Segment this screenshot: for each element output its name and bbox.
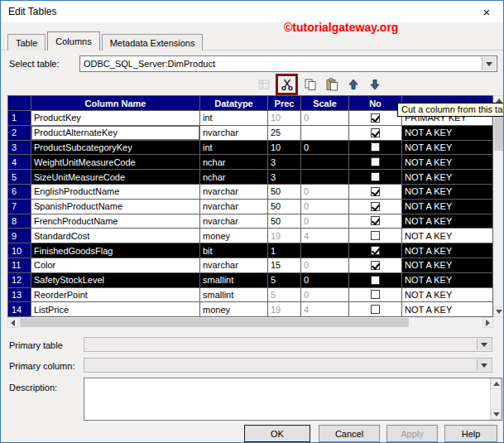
scale-cell[interactable]: 0	[301, 288, 349, 303]
key-cell[interactable]: NOT A KEY	[402, 258, 493, 273]
column-name-cell[interactable]: EnglishProductName	[31, 185, 200, 200]
prec-cell[interactable]: 50	[268, 185, 301, 200]
row-number[interactable]: 11	[8, 258, 31, 273]
prec-cell[interactable]: 3	[268, 155, 301, 170]
column-name-cell[interactable]: Color	[31, 258, 200, 273]
datatype-cell[interactable]: money	[200, 302, 268, 317]
paste-icon[interactable]	[322, 76, 341, 94]
cut-icon[interactable]	[276, 74, 298, 95]
tab-table[interactable]: Table	[7, 34, 46, 51]
column-name-cell[interactable]: ProductKey	[31, 111, 200, 126]
not-null-checkbox[interactable]	[371, 113, 380, 123]
row-number[interactable]: 14	[8, 302, 31, 317]
prec-cell[interactable]: 19	[268, 302, 301, 317]
key-cell[interactable]: NOT A KEY	[402, 200, 493, 214]
close-icon[interactable]: ×	[475, 3, 498, 20]
key-cell[interactable]: NOT A KEY	[402, 170, 493, 185]
row-number[interactable]: 1	[8, 111, 31, 126]
scale-cell[interactable]	[301, 155, 349, 170]
prec-cell[interactable]: 3	[268, 170, 301, 185]
not-null-checkbox[interactable]	[371, 216, 380, 225]
column-name-cell[interactable]: FinishedGoodsFlag	[31, 243, 200, 258]
scale-cell[interactable]	[301, 243, 349, 258]
column-name-cell[interactable]: FrenchProductName	[31, 214, 200, 229]
column-name-cell[interactable]: StandardCost	[31, 229, 200, 243]
row-number[interactable]: 8	[8, 214, 31, 229]
row-number[interactable]: 6	[8, 185, 31, 200]
datatype-cell[interactable]: smallint	[200, 273, 268, 288]
ok-button[interactable]: OK	[244, 425, 310, 442]
row-number[interactable]: 12	[8, 273, 31, 288]
dropdown-arrow-icon[interactable]	[482, 57, 496, 70]
row-number[interactable]: 5	[8, 170, 31, 185]
scale-cell[interactable]: 0	[301, 111, 349, 126]
row-number[interactable]: 10	[8, 243, 31, 258]
key-cell[interactable]: NOT A KEY	[402, 288, 493, 303]
scroll-down-icon[interactable]	[491, 409, 502, 420]
datatype-cell[interactable]: nvarchar	[200, 185, 268, 200]
datatype-cell[interactable]: int	[200, 111, 268, 126]
column-name-cell[interactable]: ReorderPoint	[31, 288, 200, 303]
move-up-icon[interactable]	[343, 76, 362, 94]
column-name-cell[interactable]: WeightUnitMeasureCode	[31, 155, 200, 170]
prec-cell[interactable]: 50	[268, 200, 301, 214]
prec-cell[interactable]: 15	[268, 258, 301, 273]
not-null-checkbox[interactable]	[371, 157, 380, 166]
column-name-cell[interactable]: ProductSubcategoryKey	[31, 141, 200, 156]
row-number[interactable]: 13	[8, 288, 31, 303]
scroll-down-icon[interactable]	[493, 306, 504, 317]
scale-cell[interactable]	[301, 126, 349, 141]
not-null-checkbox[interactable]	[371, 246, 380, 255]
scroll-left-icon[interactable]	[7, 317, 18, 328]
copy-icon[interactable]	[300, 76, 319, 94]
scale-cell[interactable]: 0	[301, 273, 349, 288]
not-null-checkbox[interactable]	[371, 187, 380, 196]
prec-cell[interactable]: 25	[268, 126, 301, 141]
key-cell[interactable]: NOT A KEY	[402, 155, 493, 170]
scale-cell[interactable]: 0	[301, 185, 349, 200]
tab-columns[interactable]: Columns	[47, 31, 99, 51]
cancel-button[interactable]: Cancel	[319, 425, 380, 442]
not-null-checkbox[interactable]	[371, 142, 380, 152]
column-name-cell[interactable]: ProductAlternateKey	[31, 126, 200, 141]
key-cell[interactable]: NOT A KEY	[402, 185, 493, 200]
prec-cell[interactable]: 10	[268, 141, 301, 156]
not-null-checkbox[interactable]	[371, 172, 380, 181]
key-cell[interactable]: NOT A KEY	[402, 302, 493, 317]
description-scrollbar[interactable]	[490, 378, 502, 420]
not-null-checkbox[interactable]	[371, 231, 380, 240]
not-null-checkbox[interactable]	[371, 305, 380, 314]
help-button[interactable]: Help	[444, 425, 497, 442]
scale-cell[interactable]: 4	[301, 229, 349, 243]
key-cell[interactable]: NOT A KEY	[402, 243, 493, 258]
datatype-cell[interactable]: nvarchar	[200, 126, 268, 141]
row-number[interactable]: 9	[8, 229, 31, 243]
row-number[interactable]: 4	[8, 155, 31, 170]
scale-cell[interactable]: 0	[301, 141, 349, 156]
prec-cell[interactable]: 5	[268, 273, 301, 288]
datatype-cell[interactable]: bit	[200, 243, 268, 258]
not-null-checkbox[interactable]	[371, 128, 380, 137]
tab-metadata-extensions[interactable]: Metadata Extensions	[102, 34, 204, 51]
key-cell[interactable]: NOT A KEY	[402, 141, 493, 156]
scale-cell[interactable]	[301, 170, 349, 185]
column-name-cell[interactable]: SizeUnitMeasureCode	[31, 170, 200, 185]
column-name-cell[interactable]: SafetyStockLevel	[31, 273, 200, 288]
prec-cell[interactable]: 5	[268, 288, 301, 303]
not-null-checkbox[interactable]	[371, 290, 380, 299]
row-number[interactable]: 2	[8, 126, 31, 141]
datatype-cell[interactable]: int	[200, 141, 268, 156]
scale-cell[interactable]: 0	[301, 214, 349, 229]
scroll-up-icon[interactable]	[491, 378, 502, 389]
prec-cell[interactable]: 19	[268, 229, 301, 243]
description-input[interactable]	[84, 378, 502, 421]
horizontal-scroll-thumb[interactable]	[20, 318, 409, 327]
scale-cell[interactable]: 0	[301, 258, 349, 273]
datatype-cell[interactable]: smallint	[200, 288, 268, 303]
key-cell[interactable]: NOT A KEY	[402, 273, 493, 288]
column-name-cell[interactable]: SpanishProductName	[31, 200, 200, 214]
datatype-cell[interactable]: nvarchar	[200, 258, 268, 273]
move-down-icon[interactable]	[365, 76, 384, 94]
datatype-cell[interactable]: nvarchar	[200, 200, 268, 214]
row-number[interactable]: 7	[8, 200, 31, 214]
